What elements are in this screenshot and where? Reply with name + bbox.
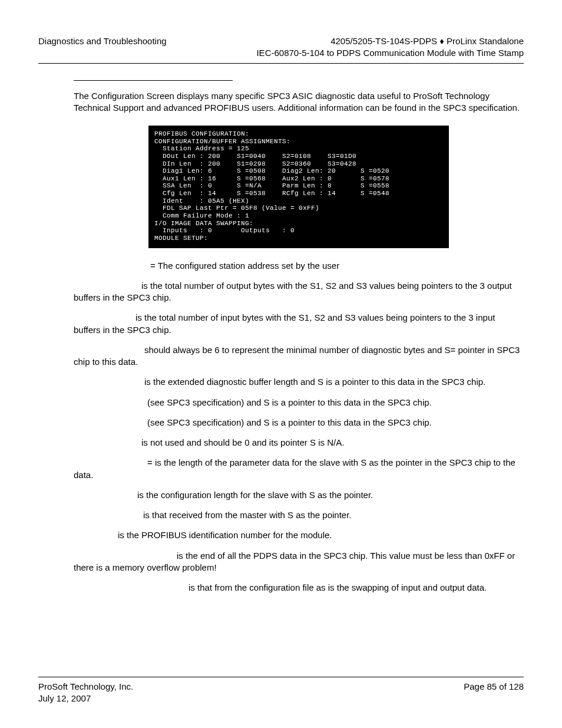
header-left: Diagnostics and Troubleshooting [38, 35, 167, 60]
def-rcfg-len: is that received from the master with S … [74, 509, 524, 521]
footer-company: ProSoft Technology, Inc. [38, 681, 133, 693]
content: The Configuration Screen displays many s… [74, 80, 524, 594]
def-dout-len: is the total number of output bytes with… [74, 280, 524, 304]
def-station-address: = The configured station address set by … [74, 260, 524, 272]
def-comm-failure: is that from the configuration file as i… [74, 582, 524, 594]
intro-paragraph: The Configuration Screen displays many s… [74, 90, 524, 114]
header-right-line1: 4205/5205-TS-104S-PDPS ♦ ProLinx Standal… [256, 35, 524, 47]
def-din-len: is the total number of input bytes with … [74, 312, 524, 336]
def-ssa-len: is not used and should be 0 and its poin… [74, 437, 524, 449]
def-parm-len: = is the length of the parameter data fo… [74, 457, 524, 481]
header-rule [38, 63, 524, 64]
footer-date: July 12, 2007 [38, 693, 133, 704]
def-aux1-len: (see SPC3 specification) and S is a poin… [74, 397, 524, 409]
def-diag2-len: is the extended diagnostic buffer length… [74, 376, 524, 388]
definitions: = The configured station address set by … [74, 260, 524, 594]
def-fdl-sap: is the end of all the PDPS data in the S… [74, 550, 524, 574]
def-cfg-len: is the configuration length for the slav… [74, 489, 524, 501]
section-rule [74, 80, 233, 81]
header-right: 4205/5205-TS-104S-PDPS ♦ ProLinx Standal… [256, 35, 524, 60]
footer-left: ProSoft Technology, Inc. July 12, 2007 [38, 681, 133, 705]
footer-page-number: Page 85 of 128 [464, 681, 524, 705]
header-right-line2: IEC-60870-5-104 to PDPS Communication Mo… [256, 47, 524, 59]
footer-rule [38, 677, 524, 677]
terminal-screenshot: PROFIBUS CONFIGURATION: CONFIGURATION/BU… [148, 126, 449, 248]
page-footer: ProSoft Technology, Inc. July 12, 2007 P… [38, 677, 524, 705]
def-diag1-len: should always be 6 to represent the mini… [74, 344, 524, 368]
def-aux2-len: (see SPC3 specification) and S is a poin… [74, 417, 524, 429]
page-header: Diagnostics and Troubleshooting 4205/520… [38, 35, 524, 60]
def-ident: is the PROFIBUS identification number fo… [74, 529, 524, 541]
